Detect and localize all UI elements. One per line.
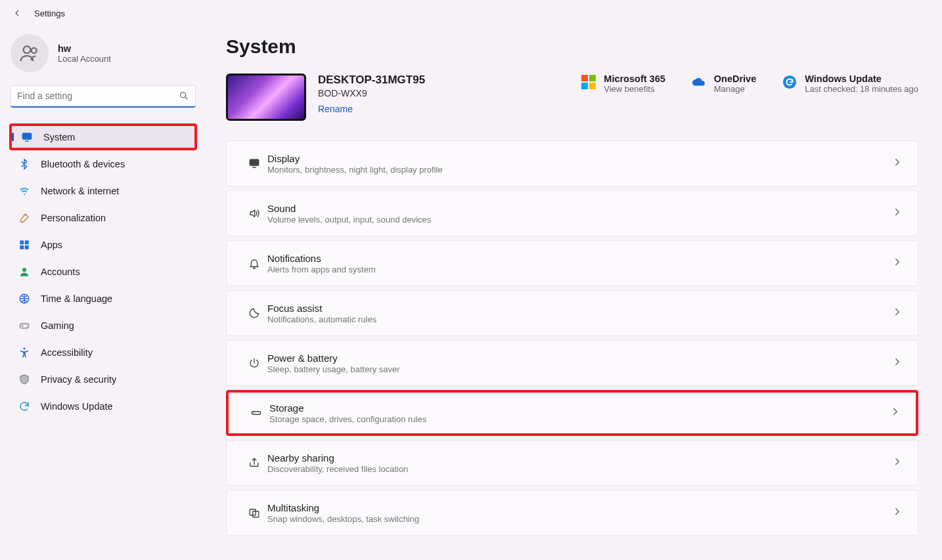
apps-icon bbox=[18, 239, 30, 251]
sidebar-item-label: Accounts bbox=[41, 267, 80, 277]
sidebar-item-bluetooth-devices[interactable]: Bluetooth & devices bbox=[9, 150, 197, 177]
svg-point-13 bbox=[27, 326, 28, 327]
svg-rect-5 bbox=[20, 240, 24, 244]
svg-point-2 bbox=[181, 93, 186, 98]
svg-point-1 bbox=[32, 48, 37, 53]
cloud-link-title: Microsoft 365 bbox=[604, 74, 665, 84]
sidebar-item-windows-update[interactable]: Windows Update bbox=[9, 393, 197, 420]
svg-rect-6 bbox=[25, 240, 29, 244]
svg-point-14 bbox=[24, 347, 26, 349]
chevron-right-icon bbox=[891, 306, 903, 320]
sidebar-item-label: Personalization bbox=[41, 213, 106, 223]
cloud-link-windows-update[interactable]: Windows UpdateLast checked: 18 minutes a… bbox=[782, 74, 918, 94]
sidebar-item-accounts[interactable]: Accounts bbox=[9, 258, 197, 285]
settings-card-power-battery[interactable]: Power & batterySleep, battery usage, bat… bbox=[226, 340, 918, 386]
monitor-icon bbox=[21, 131, 33, 143]
device-row: DESKTOP-31MGT95 BOD-WXX9 Rename Microsof… bbox=[226, 74, 918, 121]
speaker-icon bbox=[241, 207, 267, 219]
card-title: Nearby sharing bbox=[267, 452, 891, 463]
svg-point-0 bbox=[24, 46, 31, 53]
sidebar-item-label: Network & internet bbox=[41, 186, 119, 196]
svg-rect-18 bbox=[252, 412, 261, 415]
card-subtitle: Monitors, brightness, night light, displ… bbox=[267, 165, 891, 175]
multitask-icon bbox=[241, 507, 267, 519]
title-bar: Settings bbox=[0, 0, 942, 24]
chevron-right-icon bbox=[889, 406, 901, 420]
sidebar-item-apps[interactable]: Apps bbox=[9, 231, 197, 258]
card-subtitle: Alerts from apps and system bbox=[267, 265, 891, 274]
settings-card-display[interactable]: DisplayMonitors, brightness, night light… bbox=[226, 140, 918, 186]
back-icon[interactable] bbox=[12, 8, 22, 18]
settings-card-nearby-sharing[interactable]: Nearby sharingDiscoverability, received … bbox=[226, 440, 918, 486]
sidebar-item-time-language[interactable]: Time & language bbox=[9, 285, 197, 312]
card-title: Storage bbox=[269, 402, 889, 414]
settings-card-notifications[interactable]: NotificationsAlerts from apps and system bbox=[226, 240, 918, 286]
card-title: Notifications bbox=[267, 253, 891, 264]
power-icon bbox=[241, 357, 267, 369]
accessibility-icon bbox=[18, 347, 30, 358]
card-subtitle: Volume levels, output, input, sound devi… bbox=[267, 215, 891, 225]
rename-link[interactable]: Rename bbox=[318, 104, 353, 114]
svg-point-19 bbox=[254, 412, 255, 414]
monitor-icon bbox=[241, 158, 267, 169]
main-content: System DESKTOP-31MGT95 BOD-WXX9 Rename M… bbox=[204, 24, 942, 536]
sidebar-item-label: Windows Update bbox=[41, 401, 113, 412]
svg-point-12 bbox=[26, 324, 27, 326]
sidebar-item-label: Gaming bbox=[41, 320, 74, 331]
sidebar-item-system[interactable]: System bbox=[9, 123, 197, 150]
cloud-link-title: Windows Update bbox=[805, 74, 918, 84]
chevron-right-icon bbox=[891, 156, 903, 171]
search-icon[interactable] bbox=[179, 91, 189, 103]
profile-block[interactable]: hw Local Account bbox=[11, 34, 197, 72]
chevron-right-icon bbox=[891, 456, 903, 470]
cloud-icon bbox=[692, 75, 706, 89]
wifi-icon bbox=[18, 185, 30, 197]
sidebar-item-privacy-security[interactable]: Privacy & security bbox=[9, 366, 197, 393]
card-title: Multitasking bbox=[267, 502, 891, 513]
chevron-right-icon bbox=[891, 256, 903, 270]
card-subtitle: Notifications, automatic rules bbox=[267, 314, 891, 324]
clock-globe-icon bbox=[18, 293, 30, 305]
settings-card-focus-assist[interactable]: Focus assistNotifications, automatic rul… bbox=[226, 290, 918, 336]
settings-cards-list: DisplayMonitors, brightness, night light… bbox=[226, 140, 918, 536]
card-title: Display bbox=[267, 153, 891, 164]
card-subtitle: Storage space, drives, configuration rul… bbox=[269, 414, 889, 424]
sync-circle-icon bbox=[782, 75, 797, 89]
svg-rect-16 bbox=[250, 160, 259, 165]
sidebar-nav: SystemBluetooth & devicesNetwork & inter… bbox=[9, 123, 197, 420]
share-icon bbox=[241, 457, 267, 469]
cloud-link-onedrive[interactable]: OneDriveManage bbox=[692, 74, 756, 94]
sidebar-item-gaming[interactable]: Gaming bbox=[9, 312, 197, 339]
search-wrap bbox=[11, 85, 196, 108]
sidebar-item-personalization[interactable]: Personalization bbox=[9, 204, 197, 231]
settings-card-storage[interactable]: StorageStorage space, drives, configurat… bbox=[226, 390, 918, 436]
sidebar-item-label: Time & language bbox=[41, 293, 112, 304]
sidebar-item-label: Apps bbox=[41, 240, 62, 250]
brush-icon bbox=[18, 212, 30, 224]
chevron-right-icon bbox=[891, 356, 903, 370]
bluetooth-icon bbox=[18, 158, 30, 170]
cloud-link-title: OneDrive bbox=[714, 74, 756, 84]
svg-rect-8 bbox=[25, 245, 29, 249]
settings-card-sound[interactable]: SoundVolume levels, output, input, sound… bbox=[226, 190, 918, 236]
sidebar-item-network-internet[interactable]: Network & internet bbox=[9, 177, 197, 204]
chevron-right-icon bbox=[891, 506, 903, 520]
gamepad-icon bbox=[18, 320, 30, 332]
device-thumbnail[interactable] bbox=[226, 74, 306, 121]
cloud-link-microsoft-365[interactable]: Microsoft 365View benefits bbox=[581, 74, 665, 94]
cloud-link-sub: View benefits bbox=[604, 84, 665, 94]
profile-account-type: Local Account bbox=[58, 54, 111, 64]
cloud-links: Microsoft 365View benefitsOneDriveManage… bbox=[581, 74, 918, 94]
sidebar-item-accessibility[interactable]: Accessibility bbox=[9, 339, 197, 366]
svg-point-9 bbox=[22, 268, 26, 272]
card-subtitle: Discoverability, received files location bbox=[267, 464, 891, 474]
settings-card-multitasking[interactable]: MultitaskingSnap windows, desktops, task… bbox=[226, 490, 918, 536]
chevron-right-icon bbox=[891, 206, 903, 221]
moon-icon bbox=[241, 307, 267, 319]
shield-icon bbox=[18, 374, 30, 385]
search-input[interactable] bbox=[11, 85, 196, 108]
device-name: DESKTOP-31MGT95 bbox=[318, 74, 425, 87]
sidebar: hw Local Account SystemBluetooth & devic… bbox=[0, 24, 204, 536]
app-title: Settings bbox=[34, 9, 65, 18]
cloud-link-sub: Manage bbox=[714, 84, 756, 94]
